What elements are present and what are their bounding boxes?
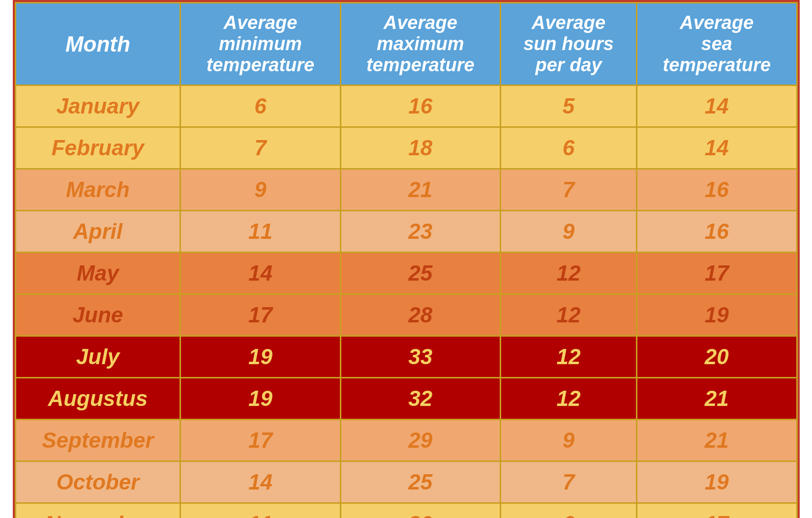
- sea-cell: 17: [637, 503, 797, 518]
- sun-cell: 9: [500, 420, 636, 461]
- min-temp-cell: 19: [180, 378, 340, 420]
- max-temp-cell: 21: [340, 169, 500, 211]
- sun-cell: 5: [500, 86, 636, 127]
- sea-cell: 16: [637, 211, 797, 253]
- sun-cell: 7: [500, 461, 636, 503]
- max-temp-cell: 28: [340, 294, 500, 336]
- header-sea-temp: Average sea temperature: [637, 3, 797, 86]
- header-row: Month Average minimum temperature Averag…: [15, 3, 797, 86]
- sea-cell: 14: [637, 86, 797, 127]
- max-temp-cell: 25: [340, 253, 500, 294]
- sea-cell: 14: [637, 127, 797, 169]
- row-june: June17281219: [15, 294, 797, 336]
- header-min-temp: Average minimum temperature: [180, 3, 340, 86]
- min-temp-cell: 14: [180, 253, 340, 294]
- sea-cell: 19: [637, 461, 797, 503]
- max-temp-cell: 29: [340, 420, 500, 461]
- min-temp-cell: 6: [180, 86, 340, 127]
- month-cell: January: [15, 86, 180, 127]
- sea-cell: 19: [637, 294, 797, 336]
- max-temp-cell: 25: [340, 461, 500, 503]
- row-augustus: Augustus19321221: [15, 378, 797, 420]
- month-cell: Augustus: [15, 378, 180, 420]
- max-temp-cell: 32: [340, 378, 500, 420]
- max-temp-cell: 16: [340, 86, 500, 127]
- month-cell: February: [15, 127, 180, 169]
- header-sun-hours: Average sun hours per day: [500, 3, 636, 86]
- month-cell: October: [15, 461, 180, 503]
- min-temp-cell: 7: [180, 127, 340, 169]
- row-may: May14251217: [15, 253, 797, 294]
- sea-cell: 16: [637, 169, 797, 211]
- climate-table-wrapper: Month Average minimum temperature Averag…: [13, 0, 800, 518]
- sun-cell: 6: [500, 127, 636, 169]
- min-temp-cell: 17: [180, 294, 340, 336]
- month-cell: July: [15, 336, 180, 378]
- max-temp-cell: 20: [340, 503, 500, 518]
- month-cell: June: [15, 294, 180, 336]
- row-march: March921716: [15, 169, 797, 211]
- row-september: September1729921: [15, 420, 797, 461]
- sea-cell: 21: [637, 378, 797, 420]
- sea-cell: 21: [637, 420, 797, 461]
- header-max-temp: Average maximum temperature: [340, 3, 500, 86]
- min-temp-cell: 19: [180, 336, 340, 378]
- row-april: April1123916: [15, 211, 797, 253]
- sun-cell: 12: [500, 253, 636, 294]
- sun-cell: 7: [500, 169, 636, 211]
- header-month: Month: [15, 3, 180, 86]
- row-january: January616514: [15, 86, 797, 127]
- max-temp-cell: 18: [340, 127, 500, 169]
- sea-cell: 17: [637, 253, 797, 294]
- month-cell: April: [15, 211, 180, 253]
- sun-cell: 12: [500, 294, 636, 336]
- sun-cell: 12: [500, 336, 636, 378]
- max-temp-cell: 23: [340, 211, 500, 253]
- min-temp-cell: 11: [180, 211, 340, 253]
- row-february: February718614: [15, 127, 797, 169]
- sun-cell: 9: [500, 211, 636, 253]
- min-temp-cell: 9: [180, 169, 340, 211]
- min-temp-cell: 17: [180, 420, 340, 461]
- sun-cell: 6: [500, 503, 636, 518]
- month-cell: November: [15, 503, 180, 518]
- max-temp-cell: 33: [340, 336, 500, 378]
- month-cell: September: [15, 420, 180, 461]
- row-october: October1425719: [15, 461, 797, 503]
- sun-cell: 12: [500, 378, 636, 420]
- climate-table: Month Average minimum temperature Averag…: [15, 2, 798, 518]
- sea-cell: 20: [637, 336, 797, 378]
- month-cell: May: [15, 253, 180, 294]
- row-july: July19331220: [15, 336, 797, 378]
- min-temp-cell: 11: [180, 503, 340, 518]
- min-temp-cell: 14: [180, 461, 340, 503]
- row-november: November1120617: [15, 503, 797, 518]
- month-cell: March: [15, 169, 180, 211]
